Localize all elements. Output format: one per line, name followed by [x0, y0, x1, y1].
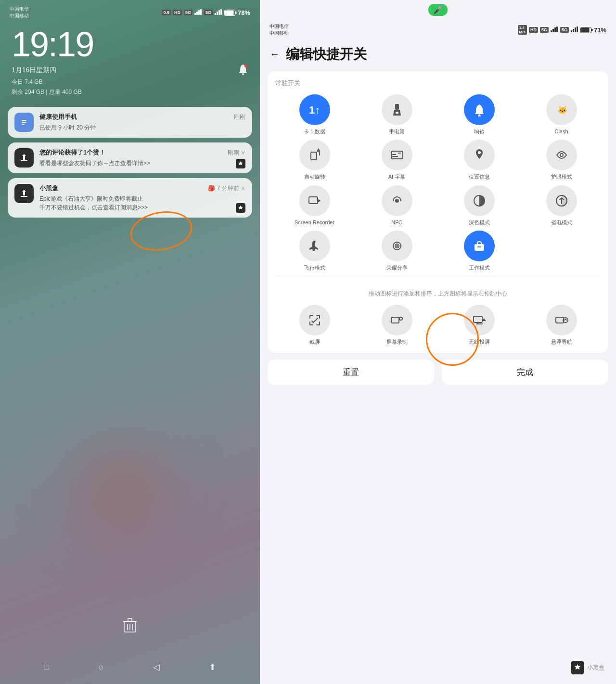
- switch-btn-screenrec[interactable]: [299, 185, 330, 216]
- svg-rect-29: [575, 27, 576, 32]
- switch-btn-autorotate[interactable]: [299, 140, 330, 170]
- switch-ringtone: 响铃: [440, 94, 518, 135]
- notif-1-body: 已使用 9 小时 20 分钟: [39, 123, 245, 132]
- right-status-icons: 1.4M/s HD 5G 5G: [518, 25, 606, 35]
- xiaoheihe-logo-icon: [571, 661, 584, 674]
- switch-eye-care: 护眼模式: [522, 140, 601, 180]
- notification-3[interactable]: 小黑盒 🎒 7 分钟前 ∧ Epic游戏《石油大亨》限时免费即将截止千万不要错过…: [8, 178, 252, 218]
- svg-rect-15: [22, 122, 26, 123]
- nav-circle-icon[interactable]: ○: [98, 662, 103, 672]
- right-hd-tag: HD: [529, 27, 538, 33]
- svg-rect-24: [552, 29, 554, 32]
- trash-icon[interactable]: [123, 618, 137, 636]
- switch-btn-card1[interactable]: 1↑: [299, 94, 330, 125]
- nav-square-icon[interactable]: □: [44, 662, 49, 672]
- svg-rect-30: [577, 26, 578, 32]
- section-label: 常驻开关: [275, 79, 601, 88]
- right-status-bar: 中国电信 中国移动 1.4M/s HD 5G 5G: [260, 17, 616, 39]
- bell-icon[interactable]: [238, 64, 248, 77]
- switch-screen-recorder: Screen Recorder: [275, 185, 354, 226]
- svg-rect-33: [591, 29, 593, 31]
- switch-btn-screenrecord[interactable]: [382, 305, 412, 336]
- switch-btn-powersave[interactable]: [546, 185, 577, 216]
- notif-2-icon: [14, 148, 34, 168]
- done-button[interactable]: 完成: [442, 360, 608, 385]
- notif-2-logo: [236, 159, 245, 168]
- svg-text:1↑: 1↑: [309, 104, 320, 116]
- switch-airplane: 飞行模式: [275, 231, 354, 271]
- switch-btn-darkmode[interactable]: [464, 185, 495, 216]
- svg-rect-58: [477, 246, 481, 247]
- svg-point-61: [400, 318, 402, 320]
- svg-point-12: [244, 65, 247, 67]
- nav-back-icon[interactable]: ◁: [153, 662, 160, 672]
- left-carrier: 中国电信 中国移动: [10, 6, 29, 19]
- switch-btn-airplane[interactable]: [299, 231, 330, 261]
- left-panel: 中国电信 中国移动 0.9 HD 5G 5G: [0, 0, 260, 684]
- right-panel: 🎤 中国电信 中国移动 1.4M/s HD 5G 5G: [260, 0, 616, 684]
- switch-autorotate: 自动旋转: [275, 140, 354, 180]
- left-time-section: 19:19 1月16日星期四 今日 7.4 GB 剩余 294 GB | 总量 …: [0, 22, 260, 101]
- switch-label-screenrec: Screen Recorder: [295, 219, 334, 226]
- switch-btn-eyecare[interactable]: [546, 140, 577, 170]
- switch-btn-honorshare[interactable]: [382, 231, 412, 261]
- signal-tag-09: 0.9: [162, 10, 171, 15]
- switch-label-card1: 卡 1 数据: [304, 128, 325, 135]
- right-signal-tag-14: 1.4M/s: [518, 25, 527, 35]
- switch-label-darkmode: 深色模式: [469, 219, 490, 226]
- battery-icon: 78%: [224, 9, 250, 16]
- reset-button[interactable]: 重置: [268, 360, 434, 385]
- battery-percentage: 78%: [238, 9, 250, 16]
- 5g-tag-1: 5G: [184, 10, 192, 15]
- svg-marker-50: [318, 199, 321, 203]
- switch-clash: 🐱 Clash: [522, 94, 601, 135]
- notif-1-time: 刚刚: [234, 113, 245, 121]
- switches-grid-main: 1↑ 卡 1 数据 手电筒: [275, 94, 601, 271]
- svg-rect-43: [392, 154, 396, 155]
- switch-btn-nfc[interactable]: [382, 185, 412, 216]
- switch-btn-floatnav[interactable]: [546, 305, 577, 336]
- switch-label-workmode: 工作模式: [469, 264, 490, 271]
- svg-rect-2: [198, 10, 200, 15]
- left-status-icons: 0.9 HD 5G 5G: [162, 9, 250, 16]
- notif-1-content: 健康使用手机 刚刚 已使用 9 小时 20 分钟: [39, 113, 245, 132]
- right-5g-tag-2: 5G: [560, 27, 569, 33]
- switch-btn-location[interactable]: [464, 140, 495, 170]
- svg-rect-49: [309, 197, 318, 204]
- svg-rect-37: [396, 112, 398, 114]
- right-battery-icon: 71%: [580, 26, 606, 34]
- right-bottom-logo: 小黑盒: [571, 661, 604, 674]
- svg-rect-16: [22, 124, 25, 125]
- notification-2[interactable]: 您的评论获得了1个赞！ 刚刚 ∨ 看看是哪些盒友赞同了你～点击查看详情>>: [8, 142, 252, 173]
- switch-btn-clash[interactable]: 🐱: [546, 94, 577, 125]
- drag-hint: 拖动图标进行添加和排序，上方图标将显示在控制中心: [275, 283, 601, 303]
- right-carrier: 中国电信 中国移动: [270, 23, 289, 37]
- switch-btn-ai[interactable]: [382, 140, 412, 170]
- right-signal-bars-2-icon: [571, 26, 578, 33]
- switch-btn-screenshot[interactable]: [299, 305, 330, 336]
- svg-point-56: [397, 245, 398, 246]
- nav-share-icon[interactable]: ⬆: [209, 662, 216, 672]
- right-signal-bars-icon: [551, 26, 558, 33]
- switch-btn-flashlight[interactable]: [382, 94, 412, 125]
- switch-btn-wirelesscast[interactable]: [464, 305, 495, 336]
- svg-rect-25: [554, 27, 556, 32]
- back-button[interactable]: ←: [270, 48, 280, 61]
- notif-3-body: Epic游戏《石油大亨》限时免费即将截止千万不要错过机会，点击查看订阅消息>>>: [39, 194, 245, 212]
- action-buttons: 重置 完成: [268, 360, 608, 385]
- svg-rect-26: [556, 26, 558, 32]
- switch-nfc: NFC: [358, 185, 436, 226]
- svg-rect-59: [391, 317, 399, 323]
- switch-location: 位置信息: [440, 140, 518, 180]
- svg-point-48: [561, 154, 563, 156]
- switch-btn-workmode[interactable]: [464, 231, 495, 261]
- left-date: 1月16日星期四: [12, 66, 56, 75]
- switch-label-eyecare: 护眼模式: [551, 173, 572, 180]
- notif-1-title: 健康使用手机: [39, 113, 77, 121]
- switch-btn-ringtone[interactable]: [464, 94, 495, 125]
- svg-rect-62: [474, 316, 482, 323]
- svg-point-51: [396, 199, 398, 202]
- notif-3-time: 🎒 7 分钟前 ∧: [208, 184, 245, 193]
- notification-1[interactable]: 健康使用手机 刚刚 已使用 9 小时 20 分钟: [8, 107, 252, 138]
- right-5g-tag-1: 5G: [540, 27, 549, 33]
